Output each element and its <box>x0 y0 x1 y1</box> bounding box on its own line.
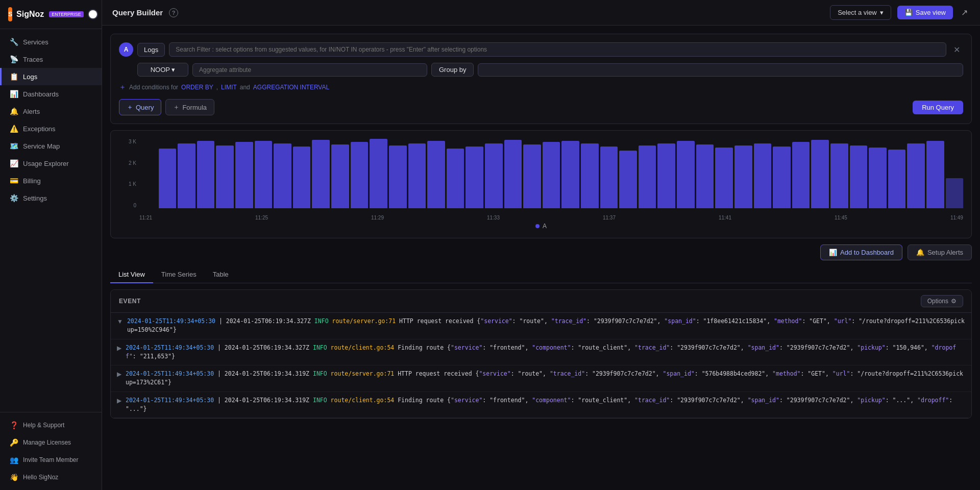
add-to-dashboard-button[interactable]: 📊 Add to Dashboard <box>820 244 902 260</box>
add-query-button[interactable]: ＋ Query <box>119 99 161 115</box>
query-source-button[interactable]: Logs <box>137 43 165 57</box>
sidebar-item-services[interactable]: 🔧 Services <box>0 33 102 51</box>
sidebar-item-settings[interactable]: ⚙️ Settings <box>0 189 102 207</box>
setup-alerts-button[interactable]: 🔔 Setup Alerts <box>908 244 972 260</box>
chart-bar <box>331 144 349 208</box>
chart-bar <box>159 149 177 208</box>
app-logo-icon: S <box>8 7 12 21</box>
log-expand-icon[interactable]: ▶ <box>117 371 121 378</box>
sidebar-item-logs[interactable]: 📋 Logs <box>0 68 102 85</box>
chart-bar <box>734 145 752 208</box>
limit-link[interactable]: LIMIT <box>221 84 237 91</box>
query-row-2: NOOP ▾ Group by <box>119 63 963 77</box>
chart-bar <box>485 143 503 209</box>
add-dashboard-label: Add to Dashboard <box>840 249 894 256</box>
sidebar-item-services-label: Services <box>23 38 48 46</box>
chart-panel: 3 K 2 K 1 K 0 11:21 11:25 11:29 11:33 11… <box>110 130 972 238</box>
add-formula-button[interactable]: ＋ Formula <box>165 99 214 115</box>
chart-area: 3 K 2 K 1 K 0 11:21 11:25 11:29 11:33 11… <box>119 139 963 220</box>
query-row-1: A Logs ✕ <box>119 42 963 57</box>
sidebar-item-manage-licenses[interactable]: 🔑 Manage Licenses <box>0 434 102 451</box>
sidebar-item-invite-team-member[interactable]: 👥 Invite Team Member <box>0 451 102 469</box>
x-label-6: 11:41 <box>719 215 731 220</box>
log-row[interactable]: ▶2024-01-25T11:49:34+05:30 | 2024-01-25T… <box>111 339 971 366</box>
group-by-value-input[interactable] <box>478 63 963 77</box>
chart-bar <box>216 145 234 208</box>
log-row[interactable]: ▶2024-01-25T11:49:34+05:30 | 2024-01-25T… <box>111 365 971 392</box>
x-label-7: 11:45 <box>835 215 847 220</box>
help-tooltip-icon[interactable]: ? <box>169 8 178 17</box>
dashboards-icon: 📊 <box>10 90 18 98</box>
x-label-1: 11:21 <box>139 215 152 220</box>
logs-icon: 📋 <box>10 72 18 81</box>
theme-toggle[interactable] <box>88 9 98 19</box>
chart-bar <box>792 142 810 208</box>
sidebar-item-service-map[interactable]: 🗺️ Service Map <box>0 137 102 155</box>
query-builder-panel: A Logs ✕ NOOP ▾ Group by ＋ Add condition… <box>110 34 972 124</box>
group-by-button[interactable]: Group by <box>431 63 474 77</box>
conditions-plus-icon[interactable]: ＋ <box>119 83 126 92</box>
run-query-button[interactable]: Run Query <box>913 101 963 114</box>
noop-label: NOOP <box>151 66 170 74</box>
setup-alerts-label: Setup Alerts <box>927 249 963 256</box>
chevron-down-icon: ▾ <box>880 9 884 16</box>
actions-row: 📊 Add to Dashboard 🔔 Setup Alerts <box>110 244 972 260</box>
x-label-4: 11:33 <box>487 215 500 220</box>
close-query-button[interactable]: ✕ <box>950 44 963 56</box>
chart-bar <box>811 140 829 208</box>
options-button[interactable]: Options ⚙ <box>921 295 963 307</box>
hello-icon: 👋 <box>10 473 18 481</box>
chart-bar <box>754 143 772 209</box>
log-row[interactable]: ▶2024-01-25T11:49:34+05:30 | 2024-01-25T… <box>111 392 971 419</box>
chart-bar <box>427 141 445 208</box>
x-label-2: 11:25 <box>255 215 268 220</box>
tab-table[interactable]: Table <box>205 266 237 283</box>
billing-icon: 💳 <box>10 177 18 185</box>
log-expand-icon[interactable]: ▶ <box>117 397 121 404</box>
usage-explorer-icon: 📈 <box>10 159 18 167</box>
sidebar-item-help-support[interactable]: ❓ Help & Support <box>0 416 102 434</box>
save-icon: 💾 <box>904 9 913 16</box>
query-filter-input[interactable] <box>169 42 946 57</box>
main-content: Query Builder ? Select a view ▾ 💾 Save v… <box>102 0 980 490</box>
tab-list-view-label: List View <box>118 271 145 278</box>
share-button[interactable]: ↗ <box>959 6 970 19</box>
aggregate-attribute-input[interactable] <box>192 63 427 77</box>
sidebar-item-dashboards[interactable]: 📊 Dashboards <box>0 85 102 103</box>
x-label-8: 11:49 <box>950 215 963 220</box>
chart-bar <box>696 144 714 208</box>
log-text: 2024-01-25T11:49:34+05:30 | 2024-01-25T0… <box>126 344 965 361</box>
alert-icon: 🔔 <box>916 249 924 256</box>
chart-bar <box>561 141 579 208</box>
chart-bar <box>600 146 618 208</box>
tab-list-view[interactable]: List View <box>110 266 153 283</box>
select-view-button[interactable]: Select a view ▾ <box>830 5 891 20</box>
log-expand-icon[interactable]: ▼ <box>117 318 123 325</box>
order-by-link[interactable]: ORDER BY <box>181 84 213 91</box>
chart-bar <box>888 150 906 208</box>
chart-bar <box>197 141 215 208</box>
sidebar-logo: S SigNoz ENTERPRISE <box>0 0 102 29</box>
sidebar-item-billing[interactable]: 💳 Billing <box>0 172 102 189</box>
tab-table-label: Table <box>213 271 229 278</box>
share-icon: ↗ <box>961 8 968 17</box>
tab-time-series[interactable]: Time Series <box>153 266 205 283</box>
log-expand-icon[interactable]: ▶ <box>117 345 121 352</box>
sidebar-item-hello-signoz[interactable]: 👋 Hello SigNoz <box>0 469 102 486</box>
y-label-1k: 1 K <box>129 181 136 187</box>
sidebar-item-traces[interactable]: 📡 Traces <box>0 51 102 68</box>
sidebar-item-alerts[interactable]: 🔔 Alerts <box>0 103 102 120</box>
chart-bar <box>946 178 964 209</box>
settings-icon: ⚙️ <box>10 194 18 202</box>
log-text: 2024-01-25T11:49:34+05:30 | 2024-01-25T0… <box>126 396 965 414</box>
sidebar-item-exceptions[interactable]: ⚠️ Exceptions <box>0 120 102 137</box>
sidebar-item-usage-explorer[interactable]: 📈 Usage Explorer <box>0 155 102 172</box>
chart-bar <box>255 141 273 208</box>
log-row[interactable]: ▼2024-01-25T11:49:34+05:30 | 2024-01-25T… <box>111 313 971 339</box>
save-view-button[interactable]: 💾 Save view <box>897 6 953 19</box>
aggregation-interval-link[interactable]: AGGREGATION INTERVAL <box>253 84 329 91</box>
noop-selector[interactable]: NOOP ▾ <box>137 63 188 77</box>
chart-legend: A <box>119 223 963 230</box>
chart-bar <box>408 143 426 209</box>
conditions-add-text: Add conditions for <box>129 84 178 91</box>
